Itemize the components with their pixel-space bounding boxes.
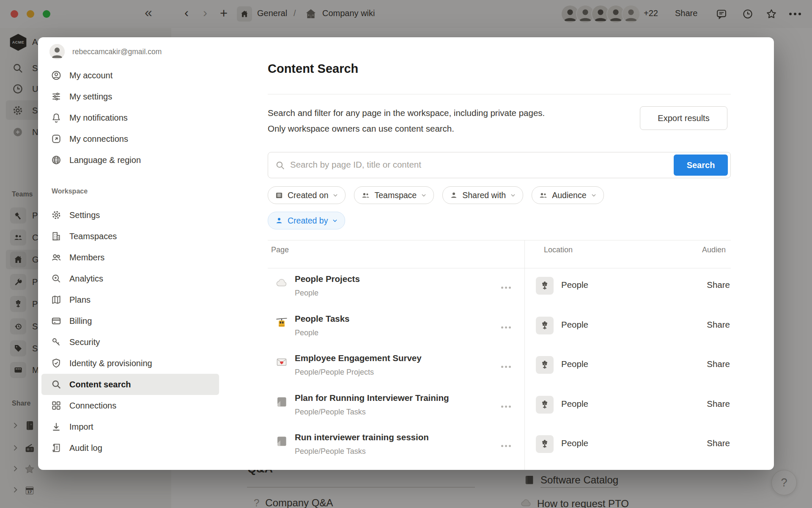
row-audience: Share (707, 280, 730, 290)
magnifier-plus-icon (51, 273, 62, 284)
chevron-down-icon (332, 192, 338, 198)
shield-check-icon (51, 358, 62, 369)
export-results-button[interactable]: Export results (640, 106, 727, 130)
filter-chip-row: Created on Teamspace Shared with Audienc… (268, 186, 604, 204)
chevron-down-icon (591, 192, 597, 198)
chevron-down-icon (510, 192, 516, 198)
column-header-page: Page (271, 246, 289, 254)
column-header-location: Location (544, 246, 573, 254)
credit-card-icon (51, 315, 62, 326)
table-header-divider (268, 268, 731, 268)
sidebar-item-connections[interactable]: Connections (41, 395, 219, 416)
sidebar-item-analytics[interactable]: Analytics (41, 268, 219, 289)
row-location: People (561, 399, 588, 409)
people-icon (361, 191, 370, 200)
user-avatar (49, 44, 65, 59)
teamspace-flower-icon (536, 396, 554, 414)
people-icon (539, 191, 548, 200)
filter-chip-row-2: Created by (268, 212, 345, 229)
key-icon (51, 337, 62, 348)
teamspace-flower-icon (536, 356, 554, 374)
chevron-down-icon (421, 192, 427, 198)
filter-created-by[interactable]: Created by (268, 212, 345, 229)
row-audience: Share (707, 438, 730, 448)
sidebar-item-billing[interactable]: Billing (41, 310, 219, 331)
sidebar-item-security[interactable]: Security (41, 331, 219, 353)
search-button[interactable]: Search (674, 155, 728, 176)
row-audience: Share (707, 359, 730, 369)
sidebar-item-identity-provisioning[interactable]: Identity & provisioning (41, 353, 219, 374)
column-header-audience: Audien (702, 246, 726, 254)
map-icon (51, 294, 62, 305)
row-actions-button[interactable] (501, 445, 511, 447)
table-row[interactable]: Run interviewer training session People/… (268, 429, 731, 467)
page-icon (275, 395, 288, 410)
table-row[interactable]: Employee Engagement Survey People/People… (268, 350, 731, 388)
page-description: Search and filter for any page in the wo… (268, 105, 589, 136)
row-audience: Share (707, 399, 730, 409)
cloud-icon (275, 276, 288, 291)
sidebar-item-audit-log[interactable]: Audit log (41, 437, 219, 458)
page-icon (275, 435, 288, 449)
filter-teamspace[interactable]: Teamspace (354, 186, 434, 204)
workspace-section-header: Workspace (52, 188, 88, 195)
row-actions-button[interactable] (501, 406, 511, 408)
sidebar-item-members[interactable]: Members (41, 247, 219, 268)
row-actions-button[interactable] (501, 366, 511, 368)
table-row[interactable]: People Tasks People People Share (268, 310, 731, 348)
row-actions-button[interactable] (501, 326, 511, 329)
user-circle-icon (51, 70, 62, 81)
sliders-icon (51, 91, 62, 102)
sidebar-item-content-search[interactable]: Content search (41, 374, 219, 395)
settings-modal: rebeccamcakir@gmail.com My account My se… (38, 37, 774, 470)
chevron-down-icon (332, 218, 338, 224)
sidebar-item-settings[interactable]: Settings (41, 204, 219, 226)
sidebar-item-my-notifications[interactable]: My notifications (41, 107, 219, 128)
search-icon (275, 160, 285, 172)
teamspace-flower-icon (536, 277, 554, 295)
gear-icon (51, 210, 62, 221)
content-search-bar[interactable]: Search by page ID, title or content Sear… (268, 152, 731, 178)
love-letter-icon (275, 356, 288, 370)
teamspace-flower-icon (536, 317, 554, 334)
building-icon (51, 231, 62, 242)
calendar-icon (275, 191, 283, 199)
sidebar-item-my-connections[interactable]: My connections (41, 128, 219, 149)
arrow-up-right-box-icon (51, 133, 62, 144)
row-location: People (561, 320, 588, 330)
filter-shared-with[interactable]: Shared with (442, 186, 523, 204)
account-email: rebeccamcakir@gmail.com (72, 47, 162, 56)
table-row[interactable]: People Projects People People Share (268, 271, 731, 309)
table-row[interactable]: Plan for Running Interviewer Training Pe… (268, 389, 731, 428)
person-icon (450, 191, 458, 199)
content-search-panel: Content Search Search and filter for any… (268, 37, 731, 470)
row-location: People (561, 280, 588, 290)
members-icon (51, 252, 62, 263)
row-audience: Share (707, 320, 730, 330)
tramway-icon (275, 316, 288, 331)
search-input[interactable]: Search by page ID, title or content (290, 160, 421, 170)
row-actions-button[interactable] (501, 287, 511, 289)
grid-icon (51, 400, 62, 411)
search-icon (51, 379, 62, 390)
sidebar-item-plans[interactable]: Plans (41, 289, 219, 310)
account-email-row: rebeccamcakir@gmail.com (49, 44, 162, 59)
sidebar-item-import[interactable]: Import (41, 416, 219, 437)
row-location: People (561, 438, 588, 448)
bell-icon (51, 112, 62, 123)
download-icon (51, 421, 62, 432)
title-divider (268, 94, 731, 94)
sidebar-item-teamspaces[interactable]: Teamspaces (41, 226, 219, 247)
sidebar-item-my-settings[interactable]: My settings (41, 86, 219, 107)
sidebar-item-my-account[interactable]: My account (41, 65, 219, 86)
filter-created-on[interactable]: Created on (268, 186, 346, 204)
filter-audience[interactable]: Audience (532, 186, 604, 204)
teamspace-flower-icon (536, 435, 554, 453)
sidebar-item-language-region[interactable]: Language & region (41, 149, 219, 171)
settings-sidebar: rebeccamcakir@gmail.com My account My se… (38, 37, 268, 470)
scroll-icon (51, 442, 62, 453)
page-title: Content Search (268, 62, 358, 76)
row-location: People (561, 359, 588, 369)
globe-icon (51, 155, 62, 166)
person-icon (275, 216, 283, 225)
